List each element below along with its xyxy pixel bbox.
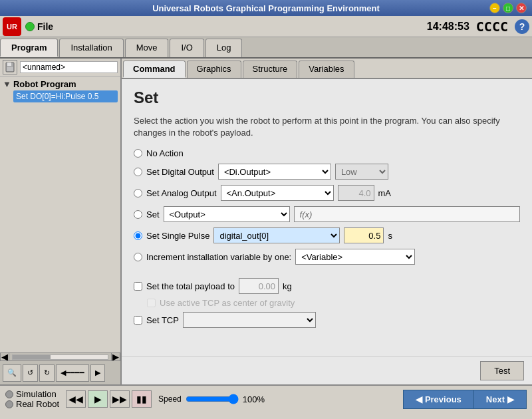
tab-command[interactable]: Command: [123, 61, 186, 78]
payload-row: Set the total payload to kg: [134, 278, 520, 294]
svg-rect-2: [7, 67, 13, 71]
set-description: Select the action you wish the robot to …: [134, 115, 520, 139]
maximize-button[interactable]: □: [503, 3, 513, 13]
close-button[interactable]: ✕: [516, 3, 527, 13]
move-right-button[interactable]: ▶: [90, 364, 105, 382]
pulse-duration-input[interactable]: [344, 227, 384, 243]
no-action-label[interactable]: No Action: [146, 148, 184, 158]
set-analog-output-radio[interactable]: [134, 189, 142, 198]
test-button[interactable]: Test: [480, 361, 524, 380]
tab-log[interactable]: Log: [205, 39, 243, 57]
previous-label: Previous: [425, 394, 462, 404]
set-output-radio[interactable]: [134, 210, 142, 219]
tree-root-text: Robot Program: [13, 79, 76, 89]
fx-label: f(x): [300, 210, 313, 219]
clock-display: 14:48:53: [427, 21, 469, 33]
mode-display: CCCC: [476, 19, 508, 35]
help-button[interactable]: ?: [515, 19, 529, 34]
save-button[interactable]: [3, 60, 17, 74]
right-panel: Command Graphics Structure Variables Set…: [122, 59, 532, 384]
simulation-label: Simulation: [16, 389, 57, 399]
tab-variables[interactable]: Variables: [299, 61, 354, 78]
program-tree: ▼ Robot Program Set DO[0]=Hi:Pulse 0.5: [0, 76, 120, 352]
tab-program[interactable]: Program: [0, 39, 58, 57]
set-output-label[interactable]: Set: [146, 210, 160, 219]
tab-installation[interactable]: Installation: [59, 39, 123, 57]
nav-buttons: ◀ Previous Next ▶: [403, 390, 527, 409]
payload-label[interactable]: Set the total payload to: [146, 281, 235, 291]
digital-output-select[interactable]: <Di.Output>: [218, 164, 331, 180]
tree-child-item[interactable]: Set DO[0]=Hi:Pulse 0.5: [13, 90, 118, 102]
increment-variable-radio[interactable]: [134, 253, 142, 261]
main-content: ▼ Robot Program Set DO[0]=Hi:Pulse 0.5 ◀…: [0, 59, 532, 384]
zoom-button[interactable]: 🔍: [3, 364, 21, 382]
speed-label: Speed: [158, 394, 182, 404]
set-single-pulse-row: Set Single Pulse digital_out[0] s: [134, 227, 520, 243]
skip-to-start-button[interactable]: ◀◀: [66, 390, 86, 408]
logo: UR: [3, 17, 21, 36]
pulse-unit-label: s: [388, 231, 392, 241]
tab-move[interactable]: Move: [125, 39, 169, 57]
minimize-button[interactable]: −: [489, 3, 500, 13]
program-name-input[interactable]: [20, 61, 118, 73]
set-single-pulse-label[interactable]: Set Single Pulse: [146, 231, 209, 241]
analog-value-input[interactable]: [338, 185, 374, 201]
next-label: Next: [486, 394, 505, 404]
next-button[interactable]: Next ▶: [473, 390, 527, 409]
playback-controls: ◀◀ ▶ ▶▶ ▮▮: [66, 390, 152, 408]
set-tcp-label[interactable]: Set TCP: [146, 315, 179, 325]
previous-button[interactable]: ◀ Previous: [403, 390, 473, 409]
set-output-row: Set <Output> f(x): [134, 206, 520, 222]
tree-root-label: ▼ Robot Program: [3, 79, 118, 89]
redo-button[interactable]: ↻: [39, 364, 55, 382]
payload-value-input[interactable]: [239, 278, 279, 294]
previous-arrow-icon: ◀: [416, 394, 422, 404]
digital-output-value-select[interactable]: Low: [335, 164, 388, 180]
status-dot: [25, 22, 35, 31]
set-tcp-checkbox[interactable]: [134, 316, 142, 325]
set-analog-output-label[interactable]: Set Analog Output: [146, 188, 217, 198]
play-button[interactable]: ▶: [88, 390, 108, 408]
variable-select[interactable]: <Variable>: [295, 249, 415, 265]
next-arrow-icon: ▶: [507, 394, 514, 404]
analog-output-select[interactable]: <An.Output>: [221, 185, 334, 201]
set-content-area: Set Select the action you wish the robot…: [122, 79, 532, 356]
no-action-radio[interactable]: [134, 149, 142, 158]
file-menu[interactable]: File: [37, 21, 53, 32]
scroll-track: [12, 354, 108, 360]
speed-slider[interactable]: [186, 394, 239, 404]
left-toolbar: 🔍 ↺ ↻ ◀━━━━ ▶: [0, 360, 120, 384]
output-select[interactable]: <Output>: [164, 206, 290, 222]
window-title: Universal Robots Graphical Programming E…: [43, 3, 489, 13]
set-digital-output-label[interactable]: Set Digital Output: [146, 167, 214, 177]
speed-value: 100%: [243, 394, 265, 404]
skip-to-end-button[interactable]: ▶▶: [110, 390, 130, 408]
set-single-pulse-radio[interactable]: [134, 231, 142, 240]
increment-variable-row: Increment installation variable by one: …: [134, 249, 520, 265]
stop-button[interactable]: ▮▮: [132, 390, 152, 408]
payload-checkbox[interactable]: [134, 282, 142, 291]
single-pulse-select[interactable]: digital_out[0]: [213, 227, 340, 243]
real-robot-row: Real Robot: [5, 399, 59, 409]
move-left-button[interactable]: ◀━━━━: [56, 364, 89, 382]
increment-variable-label[interactable]: Increment installation variable by one:: [146, 252, 291, 262]
menu-bar: UR File 14:48:53 CCCC ?: [0, 16, 532, 37]
set-digital-output-row: Set Digital Output <Di.Output> Low: [134, 164, 520, 180]
tab-structure[interactable]: Structure: [243, 61, 298, 78]
test-button-area: Test: [122, 356, 532, 384]
set-digital-output-radio[interactable]: [134, 168, 142, 176]
horizontal-scrollbar[interactable]: ◀ ▶: [0, 352, 120, 360]
real-robot-label: Real Robot: [16, 399, 59, 409]
inner-tab-bar: Command Graphics Structure Variables: [122, 59, 532, 79]
scroll-thumb[interactable]: [13, 355, 51, 359]
left-panel: ▼ Robot Program Set DO[0]=Hi:Pulse 0.5 ◀…: [0, 59, 122, 384]
tcp-dropdown[interactable]: [183, 312, 316, 328]
analog-unit-label: mA: [378, 188, 392, 198]
active-tcp-row: Use active TCP as center of gravity: [147, 298, 520, 308]
undo-button[interactable]: ↺: [23, 364, 38, 382]
tab-io[interactable]: I/O: [170, 39, 203, 57]
file-save-row: [0, 59, 120, 76]
active-tcp-checkbox[interactable]: [147, 299, 156, 307]
simulation-row: Simulation: [5, 389, 59, 399]
tab-graphics[interactable]: Graphics: [187, 61, 241, 78]
